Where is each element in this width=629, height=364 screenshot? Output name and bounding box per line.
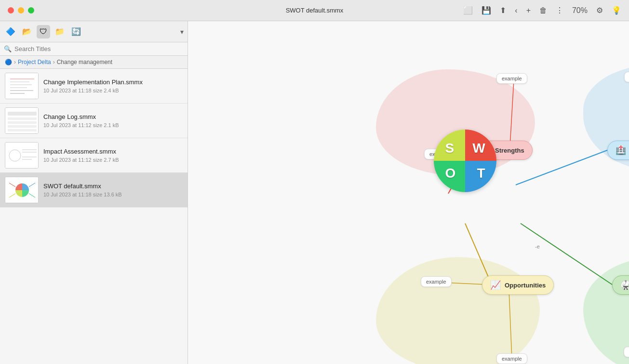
breadcrumb-home-icon: 🔵 xyxy=(5,59,12,65)
dropbox-icon[interactable]: 🔷 xyxy=(4,25,17,39)
file-info: Change Implementation Plan.smmx 10 Jul 2… xyxy=(43,73,143,99)
svg-rect-11 xyxy=(8,125,37,128)
swot-o-letter: O xyxy=(445,166,455,181)
example-label: example xyxy=(502,356,522,362)
opportunities-label: Opportunities xyxy=(505,282,546,289)
file-meta: 10 Jul 2023 at 11:18 size 13.6 kB xyxy=(43,192,122,197)
gdrive-icon[interactable]: 📂 xyxy=(20,25,34,39)
swot-quadrant-labels: S W O T xyxy=(434,130,496,192)
canvas-area[interactable]: S W O T 🦁 Strengths 🏥 Weaknesses 📈 Oppor… xyxy=(188,21,629,364)
svg-rect-13 xyxy=(5,143,39,169)
breadcrumb: 🔵 › Project Delta › Change management xyxy=(0,56,187,69)
example-node-opportunities-bottom[interactable]: example xyxy=(496,353,527,364)
titlebar: SWOT default.smmx ⬜ 💾 ⬆ ‹ + 🗑 ⋮ 70% ⚙ 💡 xyxy=(0,0,629,21)
save-icon[interactable]: 💾 xyxy=(482,6,491,15)
opportunities-node[interactable]: 📈 Opportunities xyxy=(482,275,554,295)
file-name: SWOT default.smmx xyxy=(43,182,122,190)
breadcrumb-sep: › xyxy=(14,59,16,65)
file-item-selected[interactable]: SWOT default.smmx 10 Jul 2023 at 11:18 s… xyxy=(0,173,187,208)
file-thumbnail xyxy=(5,177,39,203)
back-icon[interactable]: ‹ xyxy=(515,6,517,15)
search-bar: 🔍 xyxy=(0,42,187,56)
local-icon[interactable]: 🛡 xyxy=(37,25,50,39)
example-label: example xyxy=(426,279,446,285)
expand-sidebar-button[interactable]: ▾ xyxy=(180,28,184,36)
weaknesses-node[interactable]: 🏥 Weaknesses xyxy=(607,141,629,160)
weaknesses-icon: 🏥 xyxy=(616,145,626,156)
add-icon[interactable]: + xyxy=(526,6,531,15)
example-node-strengths-top[interactable]: example xyxy=(496,73,527,84)
threats-icon: 🥋 xyxy=(620,280,629,290)
file-thumbnail xyxy=(5,107,39,134)
search-icon: 🔍 xyxy=(4,45,12,52)
svg-rect-10 xyxy=(8,121,37,124)
swot-s-letter: S xyxy=(445,141,454,156)
file-info: SWOT default.smmx 10 Jul 2023 at 11:18 s… xyxy=(43,177,122,203)
file-info: Change Log.smmx 10 Jul 2023 at 11:12 siz… xyxy=(43,107,119,134)
svg-rect-8 xyxy=(8,112,37,116)
bulb-icon[interactable]: 💡 xyxy=(612,6,621,15)
breadcrumb-project-delta[interactable]: Project Delta xyxy=(18,59,51,65)
strengths-label: Strengths xyxy=(495,147,524,154)
folder-icon[interactable]: 📁 xyxy=(53,25,67,39)
svg-rect-12 xyxy=(8,129,37,131)
small-label: -e xyxy=(535,244,540,249)
file-thumbnail xyxy=(5,73,39,99)
threats-node[interactable]: 🥋 Threats xyxy=(612,275,629,295)
minimize-button[interactable] xyxy=(18,7,24,13)
svg-rect-0 xyxy=(5,73,39,99)
file-meta: 10 Jul 2023 at 11:12 size 2.7 kB xyxy=(43,157,119,163)
file-name: Change Log.smmx xyxy=(43,113,119,120)
share2-icon[interactable]: ⋮ xyxy=(556,6,563,15)
example-node-opportunities-left[interactable]: example xyxy=(421,276,452,287)
swot-t-letter: T xyxy=(477,166,485,181)
main-layout: 🔷 📂 🛡 📁 🔄 ▾ 🔍 🔵 › Project Delta › Change… xyxy=(0,21,629,364)
file-info: Impact Assessment.smmx 10 Jul 2023 at 11… xyxy=(43,142,119,169)
file-item[interactable]: Impact Assessment.smmx 10 Jul 2023 at 11… xyxy=(0,138,187,173)
share-icon[interactable]: ⬆ xyxy=(500,6,506,15)
swot-w-letter: W xyxy=(472,141,485,156)
traffic-lights xyxy=(8,7,34,13)
file-name: Change Implementation Plan.smmx xyxy=(43,78,143,86)
file-name: Impact Assessment.smmx xyxy=(43,148,119,155)
sidebar: 🔷 📂 🛡 📁 🔄 ▾ 🔍 🔵 › Project Delta › Change… xyxy=(0,21,188,364)
svg-rect-9 xyxy=(8,117,37,120)
recents-icon[interactable]: 🔄 xyxy=(69,25,83,39)
window-title: SWOT default.smmx xyxy=(286,7,344,14)
example-node-threats-bottom[interactable]: example xyxy=(624,347,629,357)
file-thumbnail xyxy=(5,142,39,169)
sidebar-toolbar: 🔷 📂 🛡 📁 🔄 ▾ xyxy=(0,21,187,42)
file-list: Change Implementation Plan.smmx 10 Jul 2… xyxy=(0,69,187,364)
swot-center[interactable]: S W O T xyxy=(434,130,496,192)
close-button[interactable] xyxy=(8,7,14,13)
file-meta: 10 Jul 2023 at 11:18 size 2.4 kB xyxy=(43,88,143,93)
search-input[interactable] xyxy=(14,45,184,52)
file-meta: 10 Jul 2023 at 11:12 size 2.1 kB xyxy=(43,122,119,128)
zoom-level[interactable]: 70% xyxy=(572,6,588,15)
example-label: example xyxy=(502,76,522,81)
breadcrumb-change-management: Change management xyxy=(57,59,112,65)
delete-icon[interactable]: 🗑 xyxy=(539,6,547,15)
maximize-button[interactable] xyxy=(28,7,34,13)
fullscreen-icon[interactable]: ⬜ xyxy=(463,6,473,15)
titlebar-controls: ⬜ 💾 ⬆ ‹ + 🗑 ⋮ 70% ⚙ 💡 xyxy=(463,6,621,15)
file-item[interactable]: Change Implementation Plan.smmx 10 Jul 2… xyxy=(0,69,187,104)
file-item[interactable]: Change Log.smmx 10 Jul 2023 at 11:12 siz… xyxy=(0,104,187,138)
example-node-weaknesses-top[interactable]: example xyxy=(624,72,629,82)
settings-icon[interactable]: ⚙ xyxy=(596,6,603,15)
opportunities-icon: 📈 xyxy=(490,280,501,290)
